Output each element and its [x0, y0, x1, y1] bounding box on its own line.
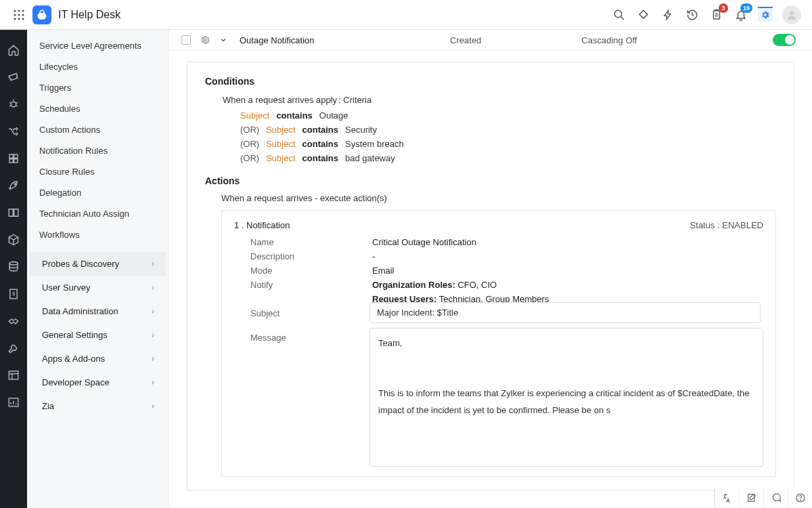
sidebar-group-label: Data Administration: [42, 306, 118, 316]
svg-point-6: [14, 18, 16, 20]
rule-cascade: Cascading Off: [581, 35, 637, 45]
svg-line-10: [621, 16, 624, 20]
chevron-right-icon: [150, 284, 156, 291]
rail-home-icon[interactable]: [0, 37, 27, 64]
action-name-label: Name: [250, 237, 372, 247]
action-status: Status : ENABLED: [690, 220, 763, 230]
condition-row: (OR)Subjectcontainsbad gateway: [240, 153, 776, 163]
avatar[interactable]: [782, 5, 801, 24]
sidebar-group-label: Probes & Discovery: [42, 259, 119, 269]
actions-heading: Actions: [205, 175, 776, 186]
condition-value: Outage: [319, 110, 348, 121]
action-mode-label: Mode: [250, 266, 372, 276]
chevron-right-icon: [150, 332, 156, 339]
sidebar-item[interactable]: Notification Rules: [27, 140, 168, 161]
rail-ticket-icon[interactable]: [0, 64, 27, 91]
svg-point-9: [614, 10, 622, 18]
rail-shuffle-icon[interactable]: [0, 118, 27, 145]
rule-checkbox[interactable]: [181, 35, 191, 45]
svg-line-18: [16, 102, 18, 104]
sidebar-group-item[interactable]: Data Administration: [30, 299, 166, 323]
rule-enabled-toggle[interactable]: [773, 34, 796, 46]
sidebar-item[interactable]: Technician Auto Assign: [27, 203, 168, 224]
action-subject-input[interactable]: [369, 302, 761, 323]
sidebar-item[interactable]: Custom Actions: [27, 119, 168, 140]
gear-icon[interactable]: [758, 7, 773, 22]
sidebar-group-item[interactable]: User Survey: [30, 276, 166, 299]
condition-value: Security: [345, 125, 377, 135]
bell-icon[interactable]: 19: [734, 7, 748, 22]
action-desc-label: Description: [250, 251, 372, 261]
rail-database-icon[interactable]: [0, 253, 27, 280]
rail-puzzle-icon[interactable]: [0, 145, 27, 172]
footer-translate-icon[interactable]: [715, 488, 739, 508]
condition-prefix: (OR): [240, 125, 259, 135]
condition-operator: contains: [276, 110, 312, 121]
svg-point-15: [11, 102, 16, 107]
sidebar-item[interactable]: Closure Rules: [27, 161, 168, 182]
sidebar-item[interactable]: Schedules: [27, 98, 168, 119]
top-header: IT Help Desk 3 19: [0, 0, 812, 30]
footer-chat-icon[interactable]: [763, 488, 788, 508]
rail-rocket-icon[interactable]: [0, 172, 27, 199]
rail-chart-icon[interactable]: [0, 389, 27, 416]
footer-help-icon[interactable]: [788, 488, 812, 508]
condition-field: Subject: [266, 153, 295, 163]
svg-rect-21: [9, 154, 13, 158]
rail-wrench-icon[interactable]: [0, 335, 27, 362]
history-icon[interactable]: [685, 7, 700, 22]
svg-point-36: [204, 39, 206, 41]
diamond-icon[interactable]: [636, 7, 651, 22]
action-notify-value: Organization Roles: CFO, CIO: [372, 280, 497, 290]
svg-point-14: [790, 11, 794, 15]
footer-bar: [714, 488, 812, 508]
bolt-icon[interactable]: [660, 7, 675, 22]
svg-rect-24: [14, 159, 18, 163]
sidebar-item[interactable]: Delegation: [27, 182, 168, 203]
svg-point-0: [14, 9, 16, 12]
clipboard-icon[interactable]: 3: [709, 7, 724, 22]
condition-operator: contains: [302, 139, 338, 149]
sidebar-group-item[interactable]: Developer Space: [30, 371, 166, 394]
rule-gear-icon[interactable]: [200, 35, 210, 45]
sidebar-group-item[interactable]: Zia: [30, 394, 166, 418]
svg-point-26: [9, 262, 18, 266]
rail-bug-icon[interactable]: [0, 91, 27, 118]
svg-point-25: [14, 184, 16, 185]
svg-point-1: [18, 9, 20, 12]
svg-line-20: [16, 106, 18, 107]
condition-prefix: (OR): [240, 153, 259, 163]
rail-cube-icon[interactable]: [0, 226, 27, 253]
svg-line-19: [9, 106, 11, 107]
rail-handshake-icon[interactable]: [0, 308, 27, 335]
sidebar-item[interactable]: Service Level Agreements: [27, 35, 168, 56]
rail-layout-icon[interactable]: [0, 362, 27, 389]
rail-book-icon[interactable]: [0, 199, 27, 226]
condition-operator: contains: [302, 125, 338, 135]
search-icon[interactable]: [612, 7, 627, 22]
sidebar-group-item[interactable]: Apps & Add-ons: [30, 347, 166, 371]
svg-text:$: $: [12, 291, 16, 297]
chevron-down-icon[interactable]: [219, 36, 227, 44]
sidebar-group-item[interactable]: Probes & Discovery: [30, 252, 166, 276]
conditions-heading: Conditions: [205, 76, 776, 87]
condition-row: (OR)SubjectcontainsSecurity: [240, 125, 776, 135]
app-logo: [32, 5, 51, 24]
action-message-box[interactable]: Team, This is to inform the teams that Z…: [369, 328, 763, 467]
rail-invoice-icon[interactable]: $: [0, 280, 27, 308]
svg-line-17: [9, 102, 11, 104]
apps-grid-icon[interactable]: [5, 9, 32, 20]
action-name-value: Critical Outage Notification: [372, 237, 476, 247]
sidebar-group-label: Apps & Add-ons: [42, 354, 105, 364]
svg-point-3: [14, 14, 16, 16]
left-rail: $: [0, 30, 27, 508]
sidebar-item[interactable]: Workflows: [27, 224, 168, 245]
chevron-right-icon: [150, 403, 156, 410]
footer-note-icon[interactable]: [739, 488, 763, 508]
sidebar-item[interactable]: Lifecycles: [27, 56, 168, 77]
svg-rect-23: [9, 159, 13, 163]
sidebar-group-item[interactable]: General Settings: [30, 323, 166, 347]
action-message-text: Team, This is to inform the teams that Z…: [378, 338, 749, 415]
condition-operator: contains: [302, 153, 338, 163]
sidebar-item[interactable]: Triggers: [27, 77, 168, 98]
